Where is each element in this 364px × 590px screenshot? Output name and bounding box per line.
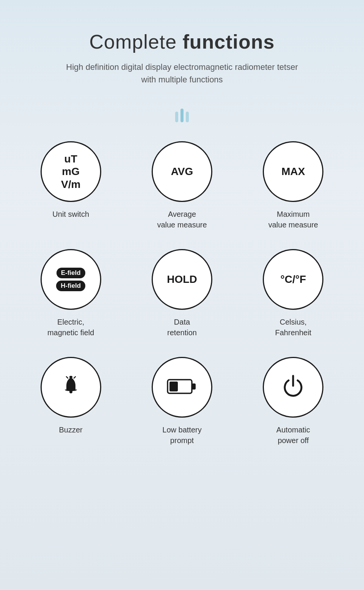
temp-icon-text: °C/°F <box>281 273 306 286</box>
unit-switch-icon-circle: uTmGV/m <box>41 141 101 202</box>
field-badges: E-field H-field <box>56 268 85 291</box>
battery-label: Low batteryprompt <box>162 424 201 446</box>
feature-hold: HOLD Dataretention <box>130 249 234 338</box>
hold-label: Dataretention <box>167 317 197 338</box>
svg-rect-0 <box>69 376 72 378</box>
features-grid: uTmGV/m Unit switch AVG Averagevalue mea… <box>19 141 345 446</box>
feature-battery: Low batteryprompt <box>130 357 234 446</box>
unit-switch-label: Unit switch <box>52 209 89 219</box>
main-title: Complete functions <box>61 30 303 53</box>
max-icon-text: MAX <box>281 165 305 178</box>
feature-temp: °C/°F Celsius,Fahrenheit <box>242 249 345 338</box>
feature-buzzer: Buzzer <box>19 357 122 446</box>
buzzer-label: Buzzer <box>59 424 83 435</box>
indicator-bar-3 <box>186 112 189 122</box>
avg-icon-circle: AVG <box>152 141 212 202</box>
efield-badge: E-field <box>56 268 85 278</box>
power-icon-circle <box>263 357 323 418</box>
indicator-bar-1 <box>175 112 178 122</box>
feature-max: MAX Maximumvalue measure <box>242 141 345 230</box>
bell-icon <box>60 374 82 400</box>
svg-line-3 <box>74 377 75 378</box>
indicator-bar-2 <box>180 109 184 122</box>
title-normal: Complete <box>89 31 183 53</box>
feature-efield: E-field H-field Electric,magnetic field <box>19 249 122 338</box>
temp-label: Celsius,Fahrenheit <box>275 317 312 338</box>
feature-unit-switch: uTmGV/m Unit switch <box>19 141 122 230</box>
avg-label: Averagevalue measure <box>157 209 207 230</box>
power-label: Automaticpower off <box>276 424 310 446</box>
hfield-badge: H-field <box>56 281 85 291</box>
indicator <box>175 109 189 122</box>
header-section: Complete functions High definition digit… <box>61 30 303 86</box>
subtitle: High definition digital display electrom… <box>61 61 303 86</box>
buzzer-icon-circle <box>41 357 101 418</box>
battery-icon <box>167 377 197 397</box>
svg-rect-5 <box>192 383 196 390</box>
battery-icon-circle <box>152 357 212 418</box>
temp-icon-circle: °C/°F <box>263 249 323 310</box>
avg-icon-text: AVG <box>171 165 193 178</box>
power-icon <box>280 374 306 401</box>
hold-icon-text: HOLD <box>167 273 197 286</box>
max-label: Maximumvalue measure <box>268 209 318 230</box>
hold-icon-circle: HOLD <box>152 249 212 310</box>
title-bold: functions <box>183 31 275 53</box>
feature-power: Automaticpower off <box>242 357 345 446</box>
efield-label: Electric,magnetic field <box>47 317 94 338</box>
svg-point-1 <box>69 390 72 393</box>
svg-line-2 <box>66 377 68 378</box>
svg-rect-6 <box>169 382 178 391</box>
unit-switch-icon-text: uTmGV/m <box>61 153 80 191</box>
efield-icon-circle: E-field H-field <box>41 249 101 310</box>
max-icon-circle: MAX <box>263 141 323 202</box>
feature-avg: AVG Averagevalue measure <box>130 141 234 230</box>
